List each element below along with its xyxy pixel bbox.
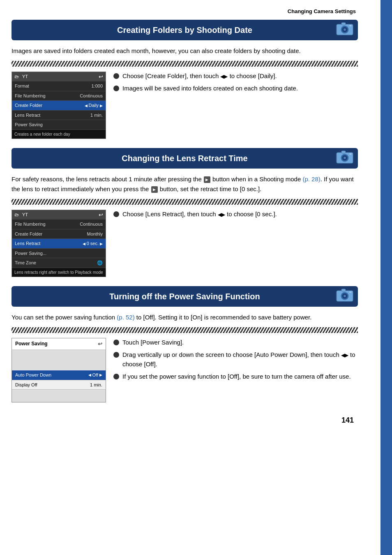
svg-point-15 bbox=[344, 295, 346, 297]
menu-row-power-saving-2: Power Saving... bbox=[12, 249, 106, 259]
bullet-item: Drag vertically up or down the screen to… bbox=[113, 350, 358, 369]
section-lens-retract: Changing the Lens Retract Time For safet… bbox=[12, 148, 358, 277]
svg-rect-11 bbox=[349, 153, 351, 155]
camera-menu-footer-1: Creates a new folder each day bbox=[12, 130, 106, 139]
bullet-item: If you set the power saving function to … bbox=[113, 372, 358, 382]
arrow-right-icon bbox=[100, 102, 103, 109]
arrow-right-icon-3: ▶ bbox=[99, 372, 102, 378]
playback-icon-1 bbox=[204, 176, 210, 183]
camera-menu-1: 🗁 YT ↩ Format 1:000 File Numbering Conti… bbox=[12, 72, 106, 139]
link-p52[interactable]: (p. 52) bbox=[117, 314, 134, 321]
section-title-creating-folders: Creating Folders by Shooting Date bbox=[12, 20, 358, 40]
svg-rect-5 bbox=[349, 25, 351, 26]
svg-point-3 bbox=[344, 28, 346, 31]
power-menu: Power Saving ↩ Auto Power Down ◀ Off ▶ D… bbox=[12, 338, 106, 403]
svg-rect-16 bbox=[341, 289, 346, 291]
camera-menu-2: 🗁 YT ↩ File Numbering Continuous Create … bbox=[12, 210, 106, 277]
menu-row-lens-retract-2: Lens Retract 0 sec. bbox=[12, 239, 106, 249]
bullet-list-power-saving: Touch [Power Saving]. Drag vertically up… bbox=[113, 338, 358, 403]
menu-row-file-numbering-2: File Numbering Continuous bbox=[12, 220, 106, 229]
header-title: Changing Camera Settings bbox=[288, 8, 356, 14]
yt-icon: YT bbox=[22, 73, 28, 80]
section-body-power-saving: You can set the power saving function (p… bbox=[12, 312, 358, 322]
arrow-left-icon-2 bbox=[83, 240, 85, 247]
bullet-dot bbox=[113, 211, 119, 217]
stripe-divider-2 bbox=[12, 199, 358, 205]
power-menu-title: Power Saving ↩ bbox=[12, 338, 106, 350]
power-menu-row-display: Display Off 1 min. bbox=[12, 380, 106, 390]
section-body-lens-retract: For safety reasons, the lens retracts ab… bbox=[12, 174, 358, 194]
bullet-list-creating-folders: Choose [Create Folder], then touch ◀▶ to… bbox=[113, 72, 358, 139]
camera-icon-3 bbox=[336, 287, 354, 305]
menu-row-create-folder: Create Folder Daily bbox=[12, 101, 106, 111]
page-number: 141 bbox=[12, 415, 358, 426]
power-menu-row-auto: Auto Power Down ◀ Off ▶ bbox=[12, 370, 106, 380]
playback-icon-2 bbox=[151, 186, 158, 193]
camera-icon-1 bbox=[336, 21, 354, 39]
bullet-dot bbox=[113, 73, 119, 79]
arrow-left-icon bbox=[85, 102, 88, 109]
bullet-dot bbox=[113, 340, 119, 345]
right-edge-bar bbox=[380, 0, 392, 555]
back-icon-3: ↩ bbox=[98, 340, 102, 348]
stripe-divider-1 bbox=[12, 61, 358, 67]
section-title-lens-retract: Changing the Lens Retract Time bbox=[12, 148, 358, 169]
bullet-dot bbox=[113, 352, 119, 358]
menu-row-power-saving-1: Power Saving bbox=[12, 120, 106, 130]
stripe-divider-3 bbox=[12, 327, 358, 333]
power-menu-spacer bbox=[12, 390, 106, 402]
menu-row-create-folder-2: Create Folder Monthly bbox=[12, 229, 106, 239]
bullet-item: Touch [Power Saving]. bbox=[113, 338, 358, 347]
back-icon-2: ↩ bbox=[99, 211, 103, 219]
section-block-power-saving: Power Saving ↩ Auto Power Down ◀ Off ▶ D… bbox=[12, 338, 358, 403]
back-icon: ↩ bbox=[99, 73, 103, 81]
section-creating-folders: Creating Folders by Shooting Date Images… bbox=[12, 20, 358, 139]
folder-icon-2: 🗁 bbox=[14, 211, 19, 218]
section-block-lens-retract: 🗁 YT ↩ File Numbering Continuous Create … bbox=[12, 210, 358, 277]
section-block-creating-folders: 🗁 YT ↩ Format 1:000 File Numbering Conti… bbox=[12, 72, 358, 139]
camera-menu-topbar-2: 🗁 YT ↩ bbox=[12, 210, 106, 220]
link-p28[interactable]: (p. 28) bbox=[302, 176, 320, 183]
section-body-creating-folders: Images are saved into folders created ea… bbox=[12, 46, 358, 56]
svg-rect-4 bbox=[341, 23, 346, 25]
folder-icon: 🗁 bbox=[14, 73, 19, 80]
section-power-saving: Turning off the Power Saving Function Yo… bbox=[12, 286, 358, 403]
menu-row-file-numbering: File Numbering Continuous bbox=[12, 91, 106, 101]
yt-icon-2: YT bbox=[22, 211, 28, 218]
bullet-dot bbox=[113, 374, 119, 379]
camera-menu-topbar-1: 🗁 YT ↩ bbox=[12, 72, 106, 82]
menu-row-lens-retract-1: Lens Retract 1 min. bbox=[12, 111, 106, 120]
bullet-dot bbox=[113, 86, 119, 91]
power-menu-body bbox=[12, 350, 106, 370]
svg-rect-10 bbox=[341, 151, 346, 153]
camera-menu-footer-2: Lens retracts right after switch to Play… bbox=[12, 268, 106, 277]
svg-point-9 bbox=[344, 157, 346, 159]
bullet-item: Choose [Create Folder], then touch ◀▶ to… bbox=[113, 72, 358, 81]
svg-rect-17 bbox=[349, 291, 351, 293]
menu-row-format: Format 1:000 bbox=[12, 81, 106, 91]
arrow-left-icon-3: ◀ bbox=[88, 372, 91, 378]
page-header: Changing Camera Settings bbox=[12, 7, 358, 16]
section-title-power-saving: Turning off the Power Saving Function bbox=[12, 286, 358, 307]
bullet-item: Images will be saved into folders create… bbox=[113, 84, 358, 93]
arrow-right-icon-2 bbox=[100, 240, 103, 247]
camera-icon-2 bbox=[336, 149, 354, 167]
bullet-item: Choose [Lens Retract], then touch ◀▶ to … bbox=[113, 210, 358, 219]
bullet-list-lens-retract: Choose [Lens Retract], then touch ◀▶ to … bbox=[113, 210, 358, 277]
menu-row-time-zone: Time Zone 🌐 bbox=[12, 258, 106, 268]
